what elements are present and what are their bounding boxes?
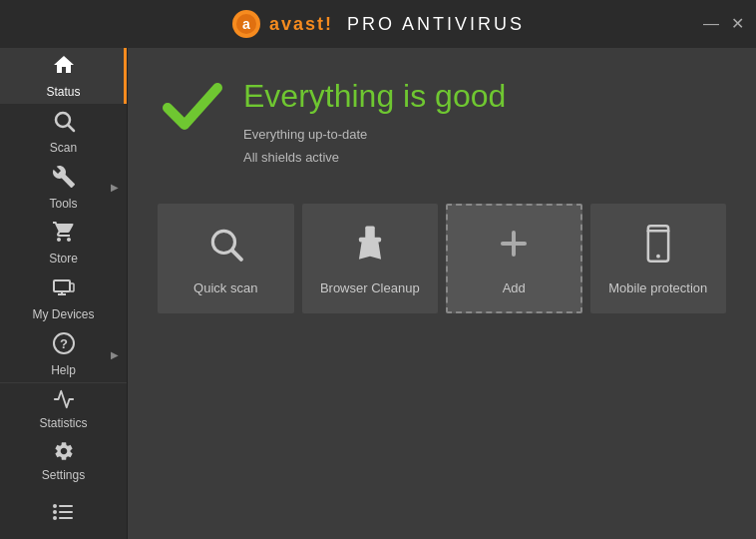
titlebar: a avast! PRO ANTIVIRUS — ✕ [0,0,756,48]
status-section: Everything is good Everything up-to-date… [158,78,726,170]
help-icon: ? [52,331,76,359]
sidebar-item-label-status: Status [46,85,80,99]
svg-rect-16 [59,517,73,519]
svg-rect-12 [59,505,73,507]
app-title-product: PRO ANTIVIRUS [347,14,525,34]
svg-rect-14 [59,511,73,513]
close-button[interactable]: ✕ [731,16,744,32]
add-label: Add [503,280,526,295]
sidebar-item-label-my-devices: My Devices [32,307,94,321]
browser-cleanup-icon [351,225,389,270]
mobile-protection-icon [643,225,673,270]
status-text-block: Everything is good Everything up-to-date… [243,78,506,170]
svg-point-11 [53,504,57,508]
sidebar: Status Scan Tools ▶ [0,48,128,539]
sidebar-item-label-scan: Scan [50,141,77,155]
window-controls: — ✕ [703,16,744,32]
sidebar-item-label-tools: Tools [49,197,77,211]
add-button[interactable]: Add [446,204,582,313]
svg-point-24 [656,255,660,259]
tools-arrow-icon: ▶ [111,182,119,193]
status-detail-2: All shields active [243,146,506,169]
svg-rect-5 [54,280,70,291]
sidebar-item-scan[interactable]: Scan [0,104,127,160]
svg-text:a: a [242,16,250,32]
status-check-icon [158,70,227,150]
sidebar-bottom: Statistics Settings [0,382,127,539]
statistics-icon [53,388,75,413]
settings-icon [53,440,75,465]
add-icon [495,225,533,270]
status-details: Everything up-to-date All shields active [243,123,506,170]
help-arrow-icon: ▶ [111,349,119,360]
sidebar-item-label-help: Help [51,363,76,377]
sidebar-item-statistics[interactable]: Statistics [0,383,127,435]
mobile-protection-button[interactable]: Mobile protection [590,204,727,313]
quick-scan-icon [206,225,244,270]
tools-icon [52,165,76,193]
sidebar-item-help[interactable]: ? Help ▶ [0,326,127,382]
quick-scan-button[interactable]: Quick scan [158,204,294,313]
svg-text:?: ? [60,336,68,351]
sidebar-item-my-devices[interactable]: My Devices [0,270,127,326]
svg-point-15 [53,516,57,520]
store-icon [52,220,76,248]
sidebar-item-label-statistics: Statistics [39,416,87,430]
sidebar-item-list[interactable] [0,487,127,539]
avast-logo-icon: a [231,9,261,39]
content-area: Everything is good Everything up-to-date… [128,48,756,539]
status-detail-1: Everything up-to-date [243,123,506,146]
sidebar-item-status[interactable]: Status [0,48,127,104]
sidebar-item-settings[interactable]: Settings [0,435,127,487]
app-title-brand: avast! [269,14,333,34]
svg-rect-19 [365,227,375,240]
home-icon [52,53,76,81]
svg-rect-20 [359,238,381,243]
minimize-button[interactable]: — [703,16,719,32]
mobile-protection-label: Mobile protection [608,280,707,295]
browser-cleanup-button[interactable]: Browser Cleanup [302,204,439,313]
status-title: Everything is good [243,78,506,115]
quick-scan-label: Quick scan [193,280,257,295]
sidebar-item-tools[interactable]: Tools ▶ [0,160,127,216]
app-title: avast! PRO ANTIVIRUS [269,14,525,35]
app-logo: a avast! PRO ANTIVIRUS [231,9,525,39]
list-icon [53,504,75,523]
browser-cleanup-label: Browser Cleanup [320,280,420,295]
main-layout: Status Scan Tools ▶ [0,48,756,539]
svg-rect-8 [70,283,74,291]
scan-icon [52,109,76,137]
sidebar-item-store[interactable]: Store [0,215,127,270]
devices-icon [52,275,76,303]
sidebar-item-label-store: Store [49,252,78,266]
svg-line-18 [232,251,241,260]
actions-grid: Quick scan Browser Cleanup [158,204,726,313]
svg-point-13 [53,510,57,514]
sidebar-item-label-settings: Settings [42,468,85,482]
svg-line-4 [68,125,74,131]
